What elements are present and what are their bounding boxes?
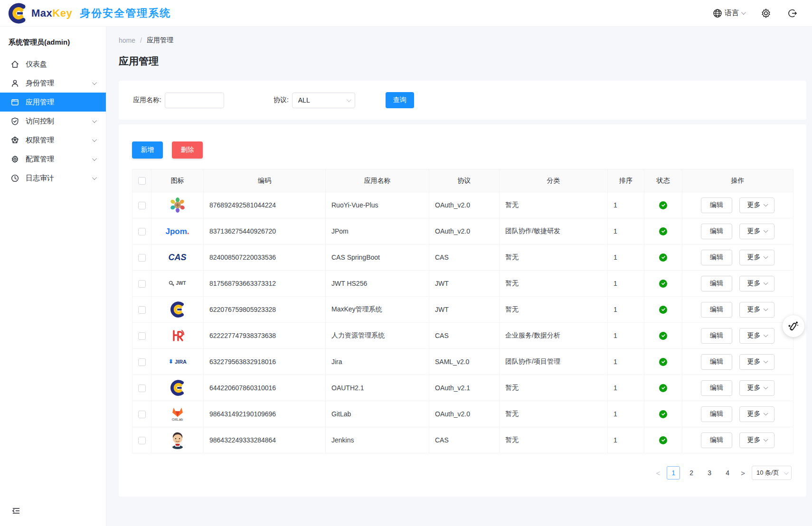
- row-checkbox[interactable]: [138, 202, 146, 209]
- page-size-value: 10 条/页: [756, 469, 779, 477]
- row-checkbox-cell: [132, 427, 151, 453]
- more-button[interactable]: 更多: [739, 380, 774, 396]
- settings-button[interactable]: [761, 8, 771, 19]
- breadcrumb: home / 应用管理: [119, 27, 806, 45]
- breadcrumb-separator: /: [140, 37, 142, 44]
- app-protocol: OAuth_v2.0: [429, 218, 500, 244]
- row-checkbox[interactable]: [138, 411, 146, 418]
- more-button[interactable]: 更多: [739, 302, 774, 318]
- app-category: 企业服务/数据分析: [500, 323, 608, 349]
- prev-page-icon[interactable]: <: [654, 469, 662, 477]
- more-button[interactable]: 更多: [739, 250, 774, 265]
- chevron-down-icon: [764, 280, 768, 285]
- language-switcher[interactable]: 语言: [713, 9, 745, 18]
- page-size-select[interactable]: 10 条/页: [752, 466, 792, 480]
- sidebar-item-4[interactable]: 权限管理: [0, 131, 106, 150]
- app-status-cell: [644, 218, 682, 244]
- app-logo-cell: JWT: [151, 271, 204, 297]
- more-button[interactable]: 更多: [739, 276, 774, 291]
- sidebar-collapse-icon[interactable]: [11, 506, 21, 517]
- chevron-down-icon: [764, 202, 768, 207]
- breadcrumb-current: 应用管理: [147, 36, 173, 45]
- row-checkbox[interactable]: [138, 306, 146, 314]
- row-actions: 编辑 更多: [682, 401, 793, 427]
- status-enabled-icon: [659, 332, 667, 340]
- more-button[interactable]: 更多: [739, 406, 774, 422]
- protocol-select[interactable]: ALL: [292, 93, 355, 108]
- sidebar-item-5[interactable]: 配置管理: [0, 150, 106, 169]
- app-status-cell: [644, 192, 682, 218]
- select-all-checkbox[interactable]: [138, 177, 146, 185]
- delete-button[interactable]: 删除: [172, 141, 203, 159]
- breadcrumb-home-link[interactable]: home: [119, 37, 135, 44]
- logout-button[interactable]: [787, 8, 798, 19]
- status-enabled-icon: [659, 254, 667, 262]
- row-actions: 编辑 更多: [682, 349, 793, 375]
- row-checkbox[interactable]: [138, 385, 146, 392]
- cas-logo-icon: CAS: [167, 247, 188, 268]
- app-logo-cell: GitLab: [151, 401, 204, 427]
- status-enabled-icon: [659, 280, 667, 288]
- row-checkbox[interactable]: [138, 254, 146, 262]
- more-button[interactable]: 更多: [739, 197, 774, 213]
- row-actions: 编辑 更多: [682, 375, 793, 401]
- sidebar: 系统管理员(admin) 仪表盘身份管理应用管理访问控制权限管理配置管理日志审计: [0, 27, 106, 526]
- edit-button[interactable]: 编辑: [701, 432, 732, 448]
- magic-wand-button[interactable]: [783, 315, 804, 337]
- sidebar-item-label: 仪表盘: [26, 60, 96, 69]
- app-category: 暂无: [500, 244, 608, 271]
- chevron-down-icon: [741, 10, 746, 15]
- chevron-down-icon: [764, 228, 768, 233]
- more-button[interactable]: 更多: [739, 328, 774, 344]
- app-logo-cell: [151, 427, 204, 453]
- row-actions: 编辑 更多: [682, 323, 793, 349]
- edit-button[interactable]: 编辑: [701, 328, 732, 344]
- app-code: 644220607860310016: [204, 375, 326, 401]
- search-button[interactable]: 查询: [386, 92, 414, 108]
- row-actions: 编辑 更多: [682, 244, 793, 271]
- sidebar-item-6[interactable]: 日志审计: [0, 169, 106, 188]
- add-button[interactable]: 新增: [132, 141, 163, 159]
- column-header-0: 图标: [151, 169, 204, 192]
- edit-button[interactable]: 编辑: [701, 302, 732, 318]
- sidebar-item-0[interactable]: 仪表盘: [0, 55, 106, 74]
- app-protocol: JWT: [429, 271, 500, 297]
- page-number-3[interactable]: 3: [703, 466, 716, 479]
- row-actions: 编辑 更多: [682, 271, 793, 297]
- app-protocol: CAS: [429, 323, 500, 349]
- edit-button[interactable]: 编辑: [701, 276, 732, 291]
- row-checkbox-cell: [132, 401, 151, 427]
- app-code: 622227747938373638: [204, 323, 326, 349]
- edit-button[interactable]: 编辑: [701, 224, 732, 239]
- sidebar-item-2[interactable]: 应用管理: [0, 93, 106, 112]
- row-checkbox[interactable]: [138, 332, 146, 340]
- jpom-logo-icon: Jpom.: [167, 221, 188, 242]
- app-code: 817568793663373312: [204, 271, 326, 297]
- edit-button[interactable]: 编辑: [701, 406, 732, 422]
- page-number-1[interactable]: 1: [667, 466, 680, 479]
- app-sort: 1: [608, 375, 644, 401]
- globe-icon: [713, 9, 722, 18]
- more-button[interactable]: 更多: [739, 224, 774, 239]
- row-checkbox[interactable]: [138, 358, 146, 366]
- status-enabled-icon: [659, 358, 667, 366]
- row-checkbox[interactable]: [138, 228, 146, 235]
- page-number-2[interactable]: 2: [685, 466, 698, 479]
- edit-button[interactable]: 编辑: [701, 354, 732, 370]
- next-page-icon[interactable]: >: [739, 469, 747, 477]
- row-checkbox[interactable]: [138, 437, 146, 444]
- row-checkbox-cell: [132, 297, 151, 323]
- apps-table: 图标编码应用名称协议分类排序状态操作 876892492581044224Ruo…: [132, 169, 793, 453]
- sidebar-item-1[interactable]: 身份管理: [0, 74, 106, 93]
- edit-button[interactable]: 编辑: [701, 197, 732, 213]
- app-name-input[interactable]: [165, 93, 224, 108]
- sidebar-item-3[interactable]: 访问控制: [0, 112, 106, 131]
- app-code: 986431492190109696: [204, 401, 326, 427]
- more-button[interactable]: 更多: [739, 354, 774, 370]
- row-checkbox[interactable]: [138, 280, 146, 288]
- edit-button[interactable]: 编辑: [701, 250, 732, 265]
- brand-subtitle: 身份安全管理系统: [80, 6, 171, 20]
- more-button[interactable]: 更多: [739, 432, 774, 448]
- edit-button[interactable]: 编辑: [701, 380, 732, 396]
- page-number-4[interactable]: 4: [721, 466, 734, 479]
